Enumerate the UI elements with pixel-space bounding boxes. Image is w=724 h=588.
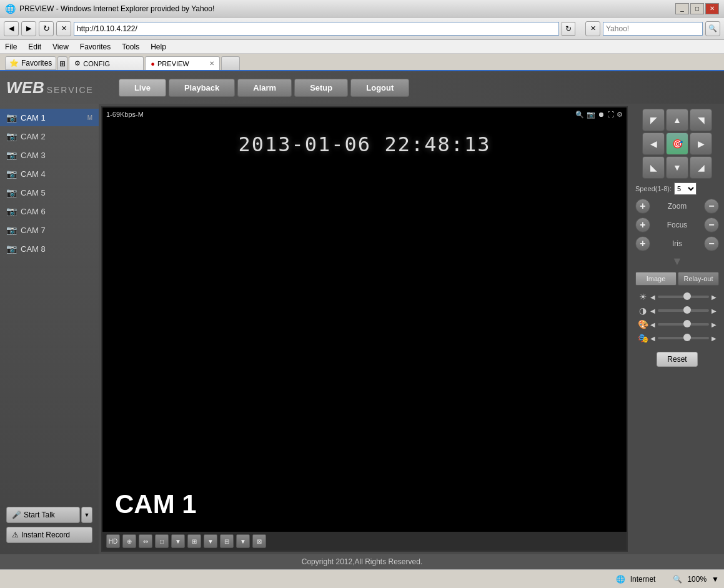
nine-view-button[interactable]: ⊟ [220,534,234,548]
contrast-right[interactable]: ▶ [712,307,717,314]
dual-button[interactable]: ⇔ [139,534,152,548]
sidebar-bottom: 🎤 Start Talk ▼ ⚠ Instant Record [0,501,99,549]
instant-record-button[interactable]: ⚠ Instant Record [6,527,92,543]
menu-edit[interactable]: Edit [26,42,44,51]
back-button[interactable]: ◀ [4,21,19,36]
tab-setup[interactable]: Setup [294,79,348,97]
hue-track[interactable] [658,337,709,339]
saturation-track[interactable] [658,323,709,326]
tab-alarm[interactable]: Alarm [237,79,292,97]
close-button[interactable]: ✕ [705,3,719,14]
tab-config[interactable]: ⚙ CONFIG [69,56,144,70]
tab-close-button[interactable]: ✕ [209,60,214,67]
menu-file[interactable]: File [2,42,19,51]
contrast-left[interactable]: ◀ [650,307,655,314]
iris-open-button[interactable]: + [635,236,650,251]
stop-button[interactable]: ✕ [56,21,71,36]
ptz-down-right[interactable]: ◢ [690,156,712,179]
tab-bar: ⭐ Favorites ⊞ ⚙ CONFIG ● PREVIEW ✕ [0,54,724,71]
hue-left[interactable]: ◀ [650,335,655,342]
ptz-up[interactable]: ▲ [666,109,688,131]
maximize-button[interactable]: □ [690,3,704,14]
go-button[interactable]: ↻ [562,22,575,36]
zoom-dropdown[interactable]: ▼ [712,575,719,584]
x-icon[interactable]: ✕ [585,21,600,36]
address-bar[interactable] [74,22,559,36]
quad-view-button[interactable]: ⊞ [187,534,201,548]
reset-button[interactable]: Reset [657,352,697,367]
tab-playback[interactable]: Playback [169,79,235,97]
iris-close-button[interactable]: − [704,236,719,251]
sidebar-item-cam2[interactable]: 📷 CAM 2 [0,127,99,145]
ptz-up-left[interactable]: ◤ [642,109,665,131]
minimize-button[interactable]: _ [675,3,689,14]
tab-preview[interactable]: ● PREVIEW ✕ [145,56,220,70]
ptz-left[interactable]: ◀ [642,132,665,155]
search-input[interactable] [603,22,703,36]
search-button[interactable]: 🔍 [705,21,720,36]
speed-select[interactable]: 5 1234 678 [674,182,697,195]
refresh-button[interactable]: ↻ [39,21,54,36]
ptz-focus-icon[interactable]: 🎯 [666,132,688,155]
snapshot-icon[interactable]: 📷 [587,111,595,119]
menu-favorites[interactable]: Favorites [77,42,113,51]
saturation-thumb[interactable] [683,320,691,327]
fisheye-button[interactable]: ⊕ [122,534,136,548]
hue-thumb[interactable] [683,334,691,341]
brightness-thumb[interactable] [683,292,691,300]
cam7-label: CAM 7 [21,226,46,235]
saturation-left[interactable]: ◀ [650,321,655,328]
favorites-label: Favorites [21,59,52,67]
menu-tools[interactable]: Tools [119,42,142,51]
ptz-down[interactable]: ▼ [666,156,688,179]
menu-help[interactable]: Help [148,42,169,51]
dropdown1-button[interactable]: ▼ [171,534,185,548]
dropdown3-button[interactable]: ▼ [236,534,250,548]
focus-near-button[interactable]: + [635,217,650,232]
brightness-right[interactable]: ▶ [712,294,717,301]
sidebar-item-cam7[interactable]: 📷 CAM 7 [0,221,99,239]
ptz-up-right[interactable]: ◥ [690,109,712,131]
brightness-track[interactable] [658,296,709,298]
saturation-right[interactable]: ▶ [712,321,717,328]
ptz-right[interactable]: ▶ [690,132,712,155]
forward-button[interactable]: ▶ [21,21,36,36]
settings-icon[interactable]: ⚙ [617,111,623,119]
start-talk-button[interactable]: 🎤 Start Talk [6,507,80,523]
tab-logout[interactable]: Logout [350,79,409,97]
grid-view-button[interactable]: ⊠ [252,534,266,548]
reset-container: Reset [635,349,719,369]
sidebar-item-cam1[interactable]: 📷 CAM 1 M [0,109,99,126]
contrast-thumb[interactable] [683,306,691,314]
config-tab-label: CONFIG [83,60,110,67]
cam1-icon: 📷 [6,112,17,122]
tab-relay-out[interactable]: Relay-out [678,272,719,286]
record-icon[interactable]: ⏺ [598,111,605,118]
brightness-left[interactable]: ◀ [650,294,655,301]
dropdown2-button[interactable]: ▼ [204,534,217,548]
favorites-button[interactable]: ⭐ Favorites [5,56,56,70]
talk-dropdown-button[interactable]: ▼ [81,507,92,523]
sidebar-item-cam5[interactable]: 📷 CAM 5 [0,184,99,201]
ptz-down-left[interactable]: ◣ [642,156,665,179]
fullscreen-icon[interactable]: ⛶ [607,111,614,118]
sidebar-item-cam3[interactable]: 📷 CAM 3 [0,146,99,164]
zoom-out-button[interactable]: − [704,199,719,214]
menu-view[interactable]: View [50,42,71,51]
contrast-track[interactable] [658,309,709,312]
logo: WEB SERVICE [6,78,94,97]
zoom-in-icon[interactable]: 🔍 [575,111,584,119]
tab-grid-button[interactable]: ⊞ [57,56,67,70]
hue-right[interactable]: ▶ [712,335,717,342]
focus-far-button[interactable]: − [704,217,719,232]
hd-button[interactable]: HD [106,534,120,548]
sidebar-item-cam4[interactable]: 📷 CAM 4 [0,165,99,182]
focus-label: Focus [653,221,702,229]
zoom-in-button[interactable]: + [635,199,650,214]
tab-image[interactable]: Image [635,272,677,286]
new-tab-button[interactable] [221,56,240,70]
sidebar-item-cam8[interactable]: 📷 CAM 8 [0,240,99,257]
tab-live[interactable]: Live [119,79,166,97]
sidebar-item-cam6[interactable]: 📷 CAM 6 [0,202,99,220]
single-view-button[interactable]: □ [155,534,169,548]
